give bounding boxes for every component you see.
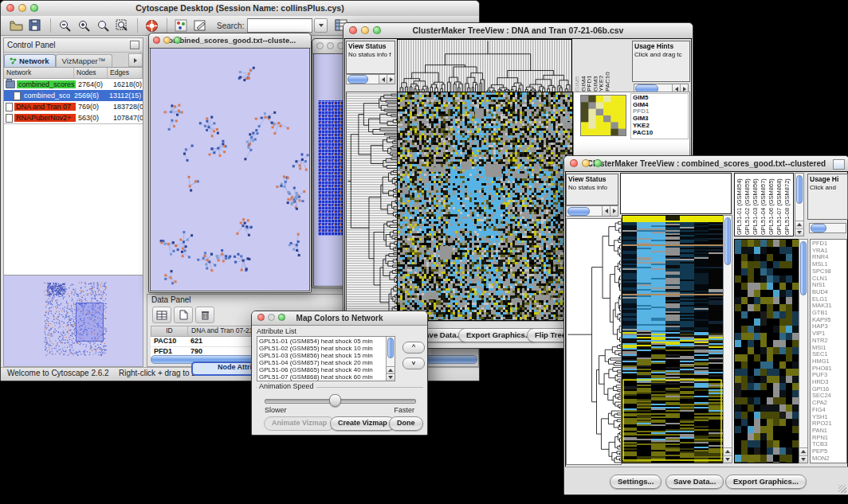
scroll-right-button[interactable] [387,75,395,84]
attribute-item[interactable]: GPL51-02 (GSM855) heat shock 10 min [259,345,385,352]
main-window-titlebar[interactable]: Cytoscape Desktop (Session Name: collins… [1,1,479,17]
zoom-window-button[interactable] [594,159,602,167]
zoom-window-button[interactable] [278,314,285,321]
gene-label[interactable]: MON2 [812,455,846,463]
column-header-id[interactable]: ID [151,326,188,336]
column-header-edges[interactable]: Edges [108,68,143,78]
attribute-item[interactable]: GPL51-07 (GSM868) heat shock 60 min [259,373,385,381]
heatmap-canvas[interactable] [622,215,724,463]
scroll-right-button[interactable] [610,206,618,216]
minimize-button[interactable] [582,159,590,167]
network1-canvas[interactable] [151,49,309,291]
usage-hints-hscrollbar[interactable] [809,223,846,233]
close-button[interactable] [316,42,324,49]
scroll-up-button[interactable] [387,366,395,373]
move-down-button[interactable]: v [402,357,425,369]
zoom-in-button[interactable] [75,18,92,33]
heatmap-vscrollbar[interactable] [723,215,732,463]
minimize-button[interactable] [163,37,171,44]
scroll-down-button[interactable] [799,455,807,463]
network-row-dna-and-tran[interactable]: DNA and Tran 07 769(0) 183728(0) [4,101,143,112]
zoom-fit-button[interactable] [113,18,131,33]
column-label[interactable]: GPL51-04 (GSM857) [760,174,768,235]
scrollbar-thumb[interactable] [347,75,368,84]
save-session-button[interactable] [26,18,44,33]
tab-network[interactable]: Network [4,54,56,67]
row-dendrogram-canvas[interactable] [346,92,398,321]
zoom-out-button[interactable] [56,18,73,33]
network1-titlebar[interactable]: combined_scores_good.txt--cluste... [149,33,311,49]
attribute-item[interactable]: GPL51-04 (GSM857) heat shock 20 min [259,359,385,366]
scroll-left-button[interactable] [379,75,387,84]
select-attributes-button[interactable] [152,307,171,323]
float-panel-icon[interactable] [130,41,139,49]
attribute-item[interactable]: GPL51-03 (GSM856) heat shock 15 min [259,352,385,359]
scroll-left-button[interactable] [602,206,610,216]
row-dendrogram-canvas[interactable] [566,218,622,465]
annotation-icon[interactable] [191,18,209,33]
minimize-button[interactable] [327,42,334,49]
treeview1-titlebar[interactable]: ClusterMaker TreeView : DNA and Tran 07-… [344,23,693,39]
column-label[interactable]: PAC10 [603,39,610,92]
scroll-down-button[interactable] [795,229,803,236]
create-vizmap-button[interactable]: Create Vizmap [330,416,395,431]
more-tabs-button[interactable] [128,53,143,67]
scroll-down-button[interactable] [724,455,732,463]
column-label[interactable]: GIM4 [579,39,586,92]
done-button[interactable]: Done [389,416,423,431]
zoom-heatmap-canvas[interactable] [734,239,799,463]
close-button[interactable] [349,26,357,34]
column-header-network[interactable]: Network [4,68,74,78]
network-overview-canvas[interactable] [6,277,141,360]
tab-vizmapper[interactable]: VizMapper™ [56,54,112,67]
scroll-up-button[interactable] [799,447,807,455]
column-label[interactable]: YKE2 [597,39,603,92]
visual-styles-icon[interactable] [172,18,190,33]
scrollbar-thumb[interactable] [387,338,394,358]
search-input[interactable] [247,18,312,33]
network-row-rnapubernov2[interactable]: RNAPuberNov2+ 563(0) 107847(0) [4,112,143,123]
column-label[interactable]: GIM3 [591,39,598,92]
slider-thumb[interactable] [329,394,341,407]
treeview2-titlebar[interactable]: ClusterMaker TreeView : combined_scores_… [564,156,848,172]
scrollbar-thumb[interactable] [724,217,731,265]
attribute-listbox[interactable]: GPL51-01 (GSM854) heat shock 05 minGPL51… [257,336,395,381]
column-label[interactable]: GPL51-03 (GSM856) [752,174,760,235]
scrollbar-thumb[interactable] [796,175,803,204]
search-dropdown-button[interactable] [314,18,328,33]
mini-heatmap-canvas[interactable] [580,95,626,136]
save-data-button[interactable]: Save Data... [665,475,724,489]
gene-label[interactable]: PAC10 [633,130,688,137]
delete-attribute-button[interactable] [195,307,214,323]
move-up-button[interactable]: ^ [402,342,425,354]
column-label[interactable]: GPL51-02 (GSM855) [744,174,752,235]
column-dendrogram-area[interactable] [620,173,732,214]
zoom-window-button[interactable] [373,26,381,34]
scroll-down-button[interactable] [387,373,395,381]
close-button[interactable] [6,4,14,12]
scroll-up-button[interactable] [795,221,803,228]
column-label[interactable]: GIM5 [573,39,579,92]
zoom-heatmap-vscrollbar[interactable] [799,239,808,463]
column-label[interactable]: PFD1 [585,39,591,92]
export-graphics-button[interactable]: Export Graphics... [725,475,807,489]
help-button[interactable] [143,18,160,33]
close-button[interactable] [153,37,160,44]
window-menu-icon[interactable] [833,159,845,170]
heatmap-canvas[interactable] [397,92,573,321]
minimize-button[interactable] [18,4,26,12]
column-label[interactable]: GPL51-07 (GSM868) [775,174,783,235]
settings-button[interactable]: Settings... [610,475,662,489]
minimize-button[interactable] [361,26,369,34]
resize-grip[interactable] [838,485,846,493]
close-button[interactable] [570,159,578,167]
scrollbar-thumb[interactable] [567,207,590,216]
column-label[interactable]: GPL51-01 (GSM854) [736,174,744,235]
attribute-list-vscrollbar[interactable] [386,337,395,381]
zoom-window-button[interactable] [30,4,38,12]
minimize-button[interactable] [268,314,275,321]
scrollbar-thumb[interactable] [811,224,826,232]
close-button[interactable] [257,314,265,321]
attribute-item[interactable]: GPL51-01 (GSM854) heat shock 05 min [259,338,385,345]
column-labels-vscrollbar[interactable] [795,173,804,236]
